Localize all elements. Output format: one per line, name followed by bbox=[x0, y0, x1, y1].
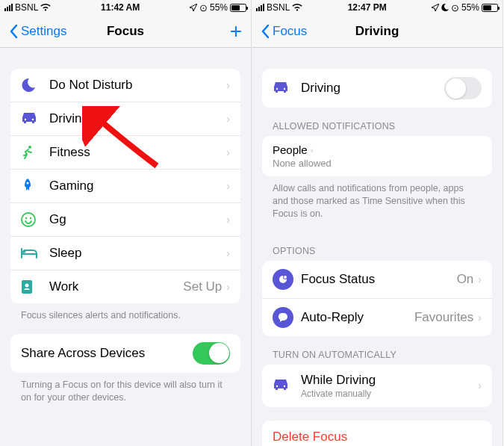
moon-icon bbox=[21, 77, 42, 93]
bed-icon bbox=[21, 245, 42, 261]
people-row[interactable]: People› None allowed bbox=[262, 136, 492, 176]
svg-point-15 bbox=[276, 385, 278, 387]
location-icon bbox=[432, 4, 439, 11]
focus-row-dnd[interactable]: Do Not Disturb › bbox=[10, 69, 240, 102]
focus-status-row[interactable]: Focus Status On › bbox=[262, 261, 492, 299]
auto-header: TURN ON AUTOMATICALLY bbox=[252, 336, 503, 365]
location-icon bbox=[190, 4, 197, 11]
share-footer: Turning a Focus on for this device will … bbox=[0, 373, 251, 416]
chevron-right-icon: › bbox=[478, 380, 482, 391]
nav-bar: Focus Driving bbox=[252, 15, 503, 48]
carrier-label: BSNL bbox=[267, 2, 290, 13]
svg-point-2 bbox=[28, 146, 31, 149]
chevron-right-icon: › bbox=[226, 247, 230, 259]
status-bar: BSNL 11:42 AM ⊙ 55% bbox=[0, 0, 251, 15]
share-row: Share Across Devices bbox=[10, 334, 240, 373]
svg-point-6 bbox=[30, 217, 31, 219]
svg-point-0 bbox=[25, 119, 26, 120]
chevron-right-icon: › bbox=[226, 113, 230, 125]
svg-point-1 bbox=[32, 119, 34, 120]
carrier-label: BSNL bbox=[15, 2, 38, 13]
svg-point-11 bbox=[284, 88, 285, 90]
badge-icon bbox=[21, 279, 42, 295]
alarm-icon: ⊙ bbox=[199, 2, 208, 13]
svg-point-9 bbox=[25, 284, 29, 288]
car-icon bbox=[21, 111, 42, 127]
driving-toggle-group: Driving bbox=[262, 69, 492, 108]
chevron-right-icon: › bbox=[478, 312, 482, 323]
share-toggle[interactable] bbox=[193, 342, 230, 365]
chevron-right-icon: › bbox=[226, 146, 230, 158]
focus-row-sleep[interactable]: Sleep › bbox=[10, 237, 240, 270]
focus-row-work[interactable]: Work Set Up › bbox=[10, 270, 240, 303]
back-button[interactable]: Focus bbox=[261, 24, 307, 39]
alarm-icon: ⊙ bbox=[451, 2, 459, 13]
signal-icon bbox=[4, 4, 13, 11]
smiley-icon bbox=[21, 211, 42, 228]
share-group: Share Across Devices bbox=[10, 334, 240, 373]
car-icon bbox=[273, 377, 293, 394]
content-scroll[interactable]: Do Not Disturb › Driving › Fitness › bbox=[0, 48, 251, 446]
chevron-right-icon: › bbox=[478, 273, 482, 285]
back-button[interactable]: Settings bbox=[9, 24, 66, 39]
content-scroll[interactable]: Driving ALLOWED NOTIFICATIONS People› No… bbox=[252, 48, 503, 446]
wifi-icon bbox=[292, 4, 302, 11]
wifi-icon bbox=[40, 4, 51, 11]
moon-status-icon bbox=[441, 4, 449, 11]
svg-point-5 bbox=[25, 217, 27, 219]
svg-point-7 bbox=[24, 251, 26, 253]
status-bar: BSNL 12:47 PM ⊙ 55% bbox=[252, 0, 503, 15]
nav-title: Driving bbox=[355, 24, 399, 39]
svg-point-14 bbox=[284, 276, 287, 279]
focus-row-fitness[interactable]: Fitness › bbox=[10, 136, 240, 170]
options-group: Focus Status On › Auto-Reply Favourites … bbox=[262, 261, 492, 336]
svg-point-10 bbox=[276, 88, 278, 90]
phone-driving-detail: BSNL 12:47 PM ⊙ 55% Focus Driving Drivin… bbox=[252, 0, 503, 446]
add-focus-button[interactable]: + bbox=[230, 19, 242, 43]
running-icon bbox=[21, 144, 42, 161]
svg-point-16 bbox=[284, 385, 285, 387]
svg-point-4 bbox=[22, 213, 35, 226]
battery-icon bbox=[230, 4, 246, 12]
chevron-left-icon bbox=[9, 24, 18, 39]
chevron-right-icon: › bbox=[226, 281, 230, 293]
focus-row-driving[interactable]: Driving › bbox=[10, 102, 240, 136]
chevron-left-icon bbox=[261, 24, 270, 39]
allowed-group: People› None allowed bbox=[262, 136, 492, 176]
delete-group: Delete Focus bbox=[262, 421, 492, 446]
focus-modes-group: Do Not Disturb › Driving › Fitness › bbox=[10, 69, 240, 303]
auto-reply-row[interactable]: Auto-Reply Favourites › bbox=[262, 299, 492, 336]
allowed-footer: Allow calls and notifications from peopl… bbox=[252, 176, 503, 232]
nav-title: Focus bbox=[107, 24, 144, 39]
battery-pct: 55% bbox=[461, 2, 479, 13]
battery-icon bbox=[482, 4, 498, 12]
car-icon bbox=[273, 80, 293, 96]
status-circle-icon bbox=[273, 269, 293, 290]
speech-bubble-icon bbox=[273, 307, 293, 328]
driving-toggle[interactable] bbox=[444, 77, 482, 99]
phone-focus-list: BSNL 11:42 AM ⊙ 55% Settings Focus + Do … bbox=[0, 0, 252, 446]
chevron-right-icon: › bbox=[311, 146, 314, 155]
nav-bar: Settings Focus + bbox=[0, 15, 251, 48]
focus-row-gaming[interactable]: Gaming › bbox=[10, 170, 240, 203]
auto-group: While Driving Activate manually › bbox=[262, 365, 492, 407]
signal-icon bbox=[256, 4, 264, 11]
chevron-right-icon: › bbox=[226, 180, 230, 192]
time-label: 12:47 PM bbox=[348, 2, 387, 13]
options-header: OPTIONS bbox=[252, 232, 503, 261]
while-driving-row[interactable]: While Driving Activate manually › bbox=[262, 365, 492, 407]
svg-point-3 bbox=[27, 182, 29, 185]
time-label: 11:42 AM bbox=[101, 2, 140, 13]
focus-footer: Focus silences alerts and notifications. bbox=[0, 303, 251, 334]
battery-pct: 55% bbox=[210, 2, 228, 13]
allowed-header: ALLOWED NOTIFICATIONS bbox=[252, 108, 503, 136]
chevron-right-icon: › bbox=[226, 79, 230, 91]
driving-toggle-row: Driving bbox=[262, 69, 492, 108]
delete-focus-button[interactable]: Delete Focus bbox=[262, 421, 492, 446]
focus-row-gg[interactable]: Gg › bbox=[10, 203, 240, 237]
chevron-right-icon: › bbox=[226, 214, 230, 226]
rocket-icon bbox=[21, 178, 42, 194]
